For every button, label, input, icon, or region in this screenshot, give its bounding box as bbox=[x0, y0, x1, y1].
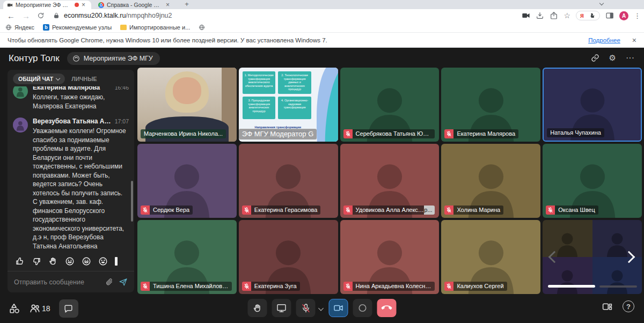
screen-share-button[interactable] bbox=[272, 299, 291, 317]
participant-tile-active-speaker[interactable]: Наталья Чупахина bbox=[543, 68, 642, 142]
grin-emoji-icon[interactable] bbox=[82, 256, 91, 266]
love-emoji-icon[interactable] bbox=[98, 256, 108, 266]
smile-emoji-icon[interactable] bbox=[65, 256, 75, 266]
lock-icon[interactable] bbox=[53, 12, 60, 19]
camera-on-button[interactable] bbox=[329, 299, 348, 317]
page-indicator-next[interactable] bbox=[599, 285, 637, 288]
bookmark-yandex[interactable]: Яндекс bbox=[5, 24, 34, 31]
participants-button[interactable]: 18 bbox=[29, 303, 50, 314]
record-circle-icon bbox=[357, 303, 368, 313]
banner-close-icon[interactable]: × bbox=[632, 36, 636, 45]
talk-app: Контур Толк Мероприятие ЭФ МГУ ⚙ ··· ОБЩ… bbox=[0, 48, 644, 323]
page-indicator-current[interactable] bbox=[548, 285, 595, 288]
question-mark: ? bbox=[626, 303, 631, 311]
message-time: 17:07 bbox=[115, 118, 129, 124]
participant-tile[interactable]: Калиухов Сергей bbox=[441, 220, 540, 294]
send-message-icon[interactable] bbox=[119, 277, 128, 287]
participant-tile-video[interactable]: Марченкова Ирина Никола... bbox=[137, 68, 237, 142]
forward-button[interactable]: → bbox=[22, 11, 30, 20]
microphone-options-chevron-icon[interactable] bbox=[318, 305, 324, 311]
chat-message: Верезубова Татьяна Анат...17:07 Уважаемы… bbox=[13, 118, 129, 251]
yandex-extension-icon[interactable]: я bbox=[580, 12, 584, 19]
copy-link-icon[interactable] bbox=[591, 54, 599, 62]
chevron-down-icon bbox=[56, 76, 60, 80]
browser-tab-meeting[interactable]: Мероприятие ЭФ МГУ — Толк × bbox=[3, 1, 91, 9]
more-reactions-icon[interactable] bbox=[115, 257, 118, 266]
bookmark-imported[interactable]: Импортированные и... bbox=[120, 24, 190, 31]
bookmarks-bar: Яндекс b Рекомендуемые узлы Импортирован… bbox=[0, 22, 644, 33]
thumbs-down-icon[interactable] bbox=[32, 256, 41, 266]
raise-hand-icon bbox=[252, 303, 262, 313]
meeting-icon bbox=[72, 55, 80, 62]
tab-list-chevron-icon[interactable] bbox=[599, 1, 604, 5]
extensions-pill: я bbox=[576, 11, 600, 20]
chat-input-row bbox=[8, 271, 134, 292]
profile-avatar[interactable]: A bbox=[619, 11, 628, 20]
thumbs-up-icon[interactable] bbox=[15, 256, 25, 266]
folder-icon bbox=[120, 25, 127, 30]
screenshare-tile[interactable]: 1. Методологическая трансформация аналит… bbox=[239, 68, 338, 142]
tab-title: Мероприятие ЭФ МГУ — Толк bbox=[16, 2, 72, 8]
globe-icon[interactable] bbox=[199, 24, 205, 31]
tab-close-icon[interactable]: × bbox=[166, 2, 170, 8]
participant-tile[interactable]: Холина Марина bbox=[441, 144, 540, 218]
more-menu-icon[interactable]: ··· bbox=[626, 53, 634, 63]
participant-tile[interactable]: Екатерина Малярова bbox=[441, 68, 540, 142]
layout-view-icon[interactable] bbox=[602, 301, 613, 312]
tab-personal-chat[interactable]: ЛИЧНЫЕ bbox=[71, 76, 97, 82]
raise-hand-button[interactable] bbox=[248, 299, 267, 317]
participant-label: Наталья Чупахина bbox=[547, 128, 604, 137]
chat-panel: ОБЩИЙ ЧАТ ЛИЧНЫЕ Видно Михеев Максим (НО… bbox=[8, 70, 134, 292]
mic-muted-icon bbox=[343, 282, 353, 291]
participant-tile[interactable]: Удовикова Алла Александр... bbox=[340, 144, 440, 218]
banner-details-link[interactable]: Подробнее bbox=[588, 37, 620, 43]
apps-shapes-icon[interactable] bbox=[9, 303, 20, 314]
meeting-name-button[interactable]: Мероприятие ЭФ МГУ bbox=[67, 52, 160, 65]
participant-tile[interactable]: Сердюк Вера bbox=[137, 144, 237, 218]
participant-tile[interactable]: Нина Аркадьевна Колесник... bbox=[340, 220, 440, 294]
participant-tile[interactable]: Тишина Елена Михайловна bbox=[137, 220, 237, 294]
mic-muted-icon bbox=[242, 205, 251, 215]
hang-up-button[interactable] bbox=[377, 299, 397, 317]
chat-scrollbar[interactable] bbox=[131, 181, 133, 222]
participant-label: Екатерина Зуга bbox=[242, 282, 300, 291]
selected-text: р... bbox=[424, 205, 434, 215]
chat-message-input[interactable] bbox=[14, 278, 100, 286]
control-bar: 18 bbox=[0, 294, 644, 323]
new-tab-button[interactable]: + bbox=[182, 0, 191, 9]
address-bar[interactable]: econmsu200.ktalk.ru/nmpqhho9jnu2 bbox=[64, 12, 172, 19]
extensions-puzzle-icon[interactable] bbox=[588, 12, 596, 19]
side-panel-icon[interactable] bbox=[605, 11, 614, 20]
help-button[interactable]: ? bbox=[623, 300, 634, 312]
participant-tile[interactable]: Екатерина Зуга bbox=[239, 220, 338, 294]
participant-label: Серебрякова Татьяна Юрье... bbox=[343, 129, 435, 138]
chat-toggle-button[interactable] bbox=[59, 299, 78, 318]
record-button[interactable] bbox=[353, 299, 372, 317]
participant-tile[interactable]: Оксана Швец bbox=[543, 144, 642, 218]
browser-tab-help[interactable]: Справка - Google Chrome × bbox=[94, 1, 179, 9]
mic-muted-icon bbox=[343, 205, 353, 215]
participant-tile[interactable]: Серебрякова Татьяна Юрье... bbox=[340, 68, 440, 142]
microphone-muted-button[interactable] bbox=[296, 299, 316, 317]
mic-muted-icon bbox=[242, 282, 251, 291]
settings-gear-icon[interactable]: ⚙ bbox=[609, 53, 616, 63]
video-grid: Марченкова Ирина Никола... 1. Методологи… bbox=[137, 68, 642, 294]
recording-indicator-icon bbox=[75, 3, 79, 7]
tab-close-icon[interactable]: × bbox=[82, 2, 85, 8]
share-icon[interactable] bbox=[550, 11, 558, 20]
reload-button[interactable] bbox=[37, 12, 45, 19]
participant-label: Сердюк Вера bbox=[141, 205, 193, 215]
attach-file-icon[interactable] bbox=[105, 278, 113, 286]
bookmark-star-icon[interactable]: ☆ bbox=[564, 11, 570, 20]
tab-capture-camera-icon[interactable] bbox=[522, 11, 530, 20]
waving-hand-icon[interactable] bbox=[48, 256, 58, 266]
page-indicator bbox=[548, 285, 637, 288]
bookmark-recommended[interactable]: b Рекомендуемые узлы bbox=[43, 24, 112, 31]
back-button[interactable]: ← bbox=[7, 11, 15, 20]
install-app-icon[interactable] bbox=[536, 11, 544, 20]
chat-message-list[interactable]: Видно Михеев Максим (НОЧУ В...16:41 Екат… bbox=[8, 86, 134, 252]
participant-tile[interactable]: Екатерина Герасимова bbox=[239, 144, 338, 218]
tab-general-chat[interactable]: ОБЩИЙ ЧАТ bbox=[13, 74, 65, 84]
browser-menu-icon[interactable]: ⋮ bbox=[634, 12, 641, 20]
participant-label: Удовикова Алла Александр... bbox=[343, 205, 435, 215]
